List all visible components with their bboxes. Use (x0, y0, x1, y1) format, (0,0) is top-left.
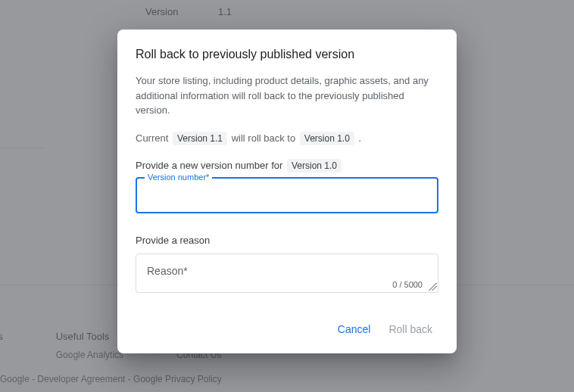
reason-field[interactable]: 0 / 5000 (136, 254, 438, 293)
new-version-prompt-text: Provide a new version number for (136, 160, 282, 171)
version-number-label: Version number* (145, 173, 212, 182)
version-number-input[interactable] (137, 179, 437, 212)
rollback-button[interactable]: Roll back (382, 317, 438, 341)
rollback-summary: Current Version 1.1 will roll back to Ve… (136, 132, 438, 145)
will-rollback-text: will roll back to (232, 132, 296, 144)
rollback-dialog: Roll back to previously published versio… (117, 30, 457, 353)
dialog-actions: Cancel Roll back (136, 311, 438, 347)
target-version-chip: Version 1.0 (300, 132, 354, 145)
char-counter: 0 / 5000 (392, 280, 423, 289)
current-version-chip: Version 1.1 (173, 132, 227, 145)
version-number-field[interactable]: Version number* (136, 177, 438, 213)
new-version-target-chip: Version 1.0 (287, 159, 342, 173)
dialog-description: Your store listing, including product de… (136, 73, 438, 118)
current-text: Current (136, 132, 168, 144)
cancel-button[interactable]: Cancel (332, 317, 377, 341)
reason-prompt: Provide a reason (136, 235, 438, 246)
new-version-prompt: Provide a new version number for Version… (136, 159, 438, 173)
dialog-title: Roll back to previously published versio… (136, 48, 438, 61)
period: . (358, 132, 361, 144)
modal-overlay: Roll back to previously published versio… (0, 0, 574, 392)
